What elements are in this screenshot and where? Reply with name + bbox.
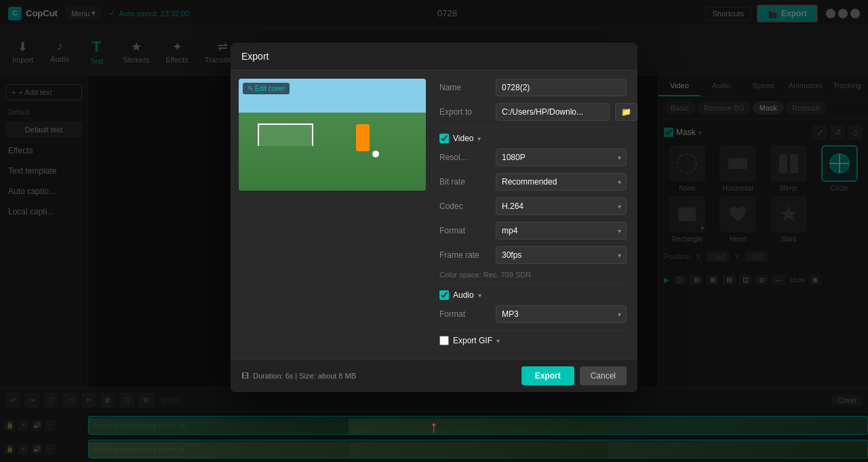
resolution-row: Resol... 1080P720P2K4K ▾ — [439, 149, 627, 166]
dialog-footer: 🎞 Duration: 6s | Size: about 8 MB Export… — [231, 359, 637, 392]
soccer-ball — [372, 151, 379, 157]
edit-cover-button[interactable]: ✎ Edit cover — [243, 83, 290, 94]
video-section-toggle: Video ▾ — [439, 134, 627, 143]
cancel-button[interactable]: Cancel — [580, 366, 627, 385]
codec-select[interactable]: H.264H.265VP9 — [496, 197, 627, 215]
separator-3 — [439, 330, 627, 330]
video-toggle[interactable] — [439, 134, 449, 143]
dialog-fields: Name Export to 📁 Video ▾ — [434, 71, 637, 359]
gif-toggle[interactable] — [439, 336, 449, 345]
browse-button[interactable]: 📁 — [615, 103, 637, 121]
footer-buttons: Export Cancel — [521, 366, 627, 385]
audio-section-toggle: Audio ▾ — [439, 290, 627, 300]
gif-chevron-icon: ▾ — [496, 337, 500, 345]
audio-section-label: Audio — [453, 290, 474, 300]
format-select[interactable]: mp4movavi — [496, 222, 627, 239]
framerate-select[interactable]: 30fps24fps60fps — [496, 246, 627, 264]
codec-select-wrapper: H.264H.265VP9 ▾ — [496, 197, 627, 215]
audio-toggle[interactable] — [439, 290, 449, 300]
dialog-title: Export — [231, 43, 637, 71]
dialog-body: ✎ Edit cover Name Export to 📁 — [231, 71, 637, 359]
format-label: Format — [439, 226, 490, 235]
export-to-label: Export to — [439, 107, 490, 117]
bitrate-select[interactable]: RecommendedLowHigh — [496, 173, 627, 191]
export-dialog: Export ✎ Edit cover — [231, 43, 637, 392]
soccer-player — [356, 124, 370, 151]
dialog-overlay: Export ✎ Edit cover — [0, 0, 868, 462]
audio-format-label: Format — [439, 309, 490, 319]
separator-1 — [439, 128, 627, 128]
framerate-select-wrapper: 30fps24fps60fps ▾ — [496, 246, 627, 264]
arrow-indicator: ↑ — [430, 417, 438, 436]
preview-container: ✎ Edit cover — [239, 79, 426, 191]
audio-format-row: Format MP3AACWAV ▾ — [439, 305, 627, 323]
bitrate-select-wrapper: RecommendedLowHigh ▾ — [496, 173, 627, 191]
resolution-label: Resol... — [439, 153, 490, 162]
codec-row: Codec H.264H.265VP9 ▾ — [439, 197, 627, 215]
name-label: Name — [439, 83, 490, 92]
gif-section-toggle: Export GIF ▾ — [439, 336, 627, 345]
bitrate-label: Bit rate — [439, 177, 490, 187]
soccer-goal — [258, 123, 314, 146]
resolution-select[interactable]: 1080P720P2K4K — [496, 149, 627, 166]
name-input[interactable] — [496, 79, 627, 96]
color-space-label: Color space: Rec. 709 SDR — [439, 271, 627, 279]
resolution-select-wrapper: 1080P720P2K4K ▾ — [496, 149, 627, 166]
gif-section-label: Export GIF — [453, 336, 492, 345]
video-chevron-icon: ▾ — [477, 135, 481, 142]
preview-image — [239, 79, 426, 191]
edit-cover-label: ✎ Edit cover — [248, 85, 285, 92]
dialog-preview: ✎ Edit cover — [231, 71, 434, 359]
video-section-label: Video — [453, 134, 473, 143]
framerate-row: Frame rate 30fps24fps60fps ▾ — [439, 246, 627, 264]
audio-format-select[interactable]: MP3AACWAV — [496, 305, 627, 323]
audio-format-select-wrapper: MP3AACWAV ▾ — [496, 305, 627, 323]
framerate-label: Frame rate — [439, 250, 490, 260]
name-field-row: Name — [439, 79, 627, 96]
bitrate-row: Bit rate RecommendedLowHigh ▾ — [439, 173, 627, 191]
footer-info: 🎞 Duration: 6s | Size: about 8 MB — [241, 372, 356, 380]
format-row: Format mp4movavi ▾ — [439, 222, 627, 239]
audio-chevron-icon: ▾ — [478, 292, 481, 299]
export-path-input[interactable] — [496, 103, 610, 121]
separator-2 — [439, 284, 627, 285]
format-select-wrapper: mp4movavi ▾ — [496, 222, 627, 239]
duration-info: Duration: 6s | Size: about 8 MB — [253, 372, 356, 380]
export-button[interactable]: Export — [521, 366, 574, 385]
film-strip-icon: 🎞 — [241, 372, 249, 380]
codec-label: Codec — [439, 201, 490, 211]
export-to-row: Export to 📁 — [439, 103, 627, 121]
